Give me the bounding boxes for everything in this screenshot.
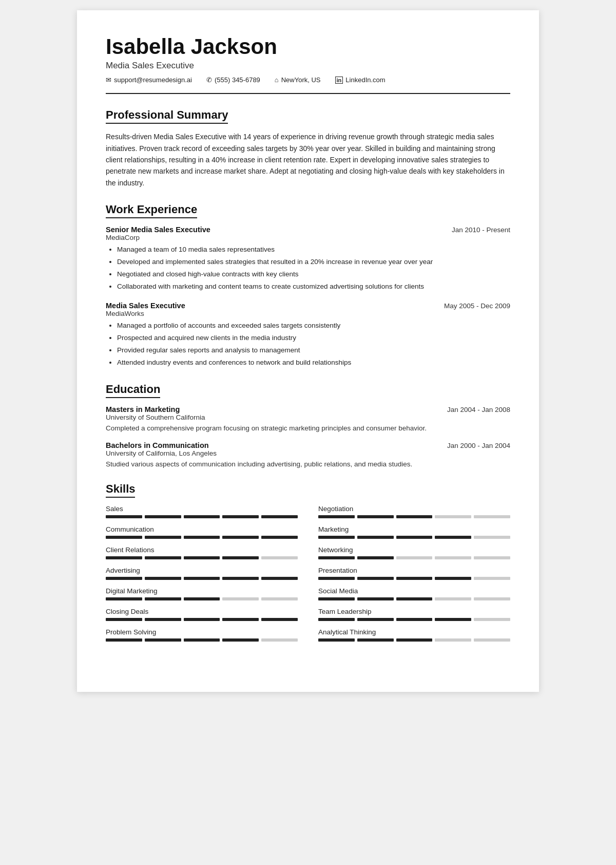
skill-segment (222, 536, 259, 539)
phone-value: (555) 345-6789 (215, 76, 260, 84)
skill-segment (474, 536, 510, 539)
skill-segment (184, 597, 220, 600)
skill-segment (474, 597, 510, 600)
edu-degree-0: Masters in Marketing (106, 405, 180, 413)
edu-block-0: Masters in Marketing Jan 2004 - Jan 2008… (106, 405, 510, 432)
skill-segment (145, 556, 181, 559)
edu-degree-1: Bachelors in Communication (106, 441, 209, 449)
skill-segment (261, 556, 298, 559)
summary-text: Results-driven Media Sales Executive wit… (106, 131, 510, 189)
skill-bar (106, 618, 298, 621)
skill-segment (396, 618, 433, 621)
skill-bar (318, 597, 510, 600)
skill-segment (318, 515, 355, 518)
location-contact: ⌂ NewYork, US (275, 76, 321, 84)
job-block-1: Media Sales Executive May 2005 - Dec 200… (106, 302, 510, 368)
work-experience-section: Work Experience Senior Media Sales Execu… (106, 203, 510, 368)
skill-bar (318, 536, 510, 539)
skill-item: Networking (318, 546, 510, 559)
skill-segment (435, 577, 471, 580)
skill-item: Presentation (318, 567, 510, 580)
skill-label: Digital Marketing (106, 587, 298, 595)
skill-label: Presentation (318, 567, 510, 574)
skill-segment (357, 556, 394, 559)
skill-segment (318, 618, 355, 621)
skill-segment (222, 556, 259, 559)
skill-item: Sales (106, 505, 298, 518)
skill-segment (318, 536, 355, 539)
work-experience-title: Work Experience (106, 203, 197, 218)
skill-segment (474, 577, 510, 580)
linkedin-contact: in LinkedIn.com (335, 76, 386, 84)
skill-segment (106, 638, 142, 642)
skill-segment (261, 638, 298, 642)
skill-segment (145, 597, 181, 600)
edu-desc-0: Completed a comprehensive program focusi… (106, 424, 510, 432)
skill-segment (145, 577, 181, 580)
skill-segment (222, 597, 259, 600)
skill-segment (396, 536, 433, 539)
skill-label: Advertising (106, 567, 298, 574)
linkedin-value: LinkedIn.com (345, 76, 385, 84)
resume-document: Isabella Jackson Media Sales Executive ✉… (77, 10, 539, 692)
skill-label: Analytical Thinking (318, 628, 510, 636)
email-value: support@resumedesign.ai (114, 76, 192, 84)
skills-title: Skills (106, 482, 135, 498)
skill-bar (106, 515, 298, 518)
skill-item: Negotiation (318, 505, 510, 518)
job-date-0: Jan 2010 - Present (452, 226, 510, 234)
skill-label: Client Relations (106, 546, 298, 554)
list-item: Managed a team of 10 media sales represe… (117, 245, 510, 255)
skill-segment (318, 577, 355, 580)
edu-date-1: Jan 2000 - Jan 2004 (447, 442, 510, 449)
skill-segment (435, 515, 471, 518)
summary-title: Professional Summary (106, 108, 228, 124)
contact-row: ✉ support@resumedesign.ai ✆ (555) 345-67… (106, 76, 510, 84)
job-company-0: MediaCorp (106, 234, 510, 241)
list-item: Prospected and acquired new clients in t… (117, 333, 510, 344)
skill-segment (184, 618, 220, 621)
location-value: NewYork, US (281, 76, 321, 84)
skill-bar (106, 597, 298, 600)
skill-bar (106, 556, 298, 559)
edu-institution-0: University of Southern California (106, 413, 510, 421)
skill-segment (261, 597, 298, 600)
skill-item: Advertising (106, 567, 298, 580)
skill-segment (396, 638, 433, 642)
skill-item: Social Media (318, 587, 510, 600)
skill-segment (145, 638, 181, 642)
skill-label: Communication (106, 525, 298, 533)
skill-segment (106, 536, 142, 539)
list-item: Developed and implemented sales strategi… (117, 257, 510, 268)
job-title-0: Senior Media Sales Executive (106, 225, 210, 234)
location-icon: ⌂ (275, 76, 279, 84)
job-company-1: MediaWorks (106, 310, 510, 317)
skills-grid: SalesNegotiationCommunicationMarketingCl… (106, 505, 510, 649)
skill-segment (184, 515, 220, 518)
job-header-0: Senior Media Sales Executive Jan 2010 - … (106, 225, 510, 234)
skill-segment (435, 638, 471, 642)
skill-segment (184, 556, 220, 559)
skill-segment (396, 556, 433, 559)
skill-segment (106, 597, 142, 600)
edu-header-0: Masters in Marketing Jan 2004 - Jan 2008 (106, 405, 510, 413)
skill-segment (261, 536, 298, 539)
skill-segment (396, 597, 433, 600)
skill-segment (396, 577, 433, 580)
skill-label: Team Leadership (318, 608, 510, 615)
job-bullets-1: Managed a portfolio of accounts and exce… (106, 321, 510, 368)
edu-institution-1: University of California, Los Angeles (106, 449, 510, 457)
candidate-name: Isabella Jackson (106, 35, 510, 59)
email-icon: ✉ (106, 76, 111, 84)
email-contact: ✉ support@resumedesign.ai (106, 76, 192, 84)
skill-segment (261, 618, 298, 621)
skill-item: Communication (106, 525, 298, 539)
skill-segment (145, 515, 181, 518)
skill-segment (145, 618, 181, 621)
skill-segment (106, 515, 142, 518)
skill-item: Closing Deals (106, 608, 298, 621)
skill-bar (318, 515, 510, 518)
skill-segment (474, 515, 510, 518)
skill-segment (357, 536, 394, 539)
skill-segment (357, 618, 394, 621)
